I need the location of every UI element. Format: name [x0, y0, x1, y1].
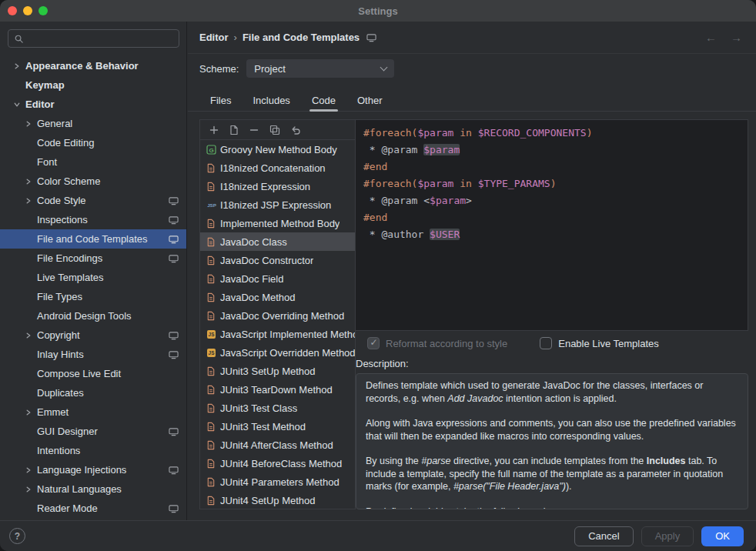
template-item-javadoc-overriding-method[interactable]: JavaDoc Overriding Method — [200, 306, 355, 325]
sidebar-item-general[interactable]: General — [0, 114, 186, 133]
sidebar-item-reader-mode[interactable]: Reader Mode — [0, 499, 186, 518]
create-child-template-icon[interactable] — [229, 125, 239, 135]
template-icon — [206, 255, 220, 265]
enable-live-templates-checkbox[interactable] — [540, 337, 552, 349]
template-item-label: JavaScript Overridden Method — [220, 347, 355, 359]
help-button[interactable]: ? — [9, 528, 25, 544]
template-icon — [206, 477, 220, 487]
chevron-right-icon[interactable] — [25, 467, 37, 473]
template-item-junit4-parameters-method[interactable]: JUnit4 Parameters Method — [200, 473, 355, 491]
sidebar-item-font[interactable]: Font — [0, 152, 186, 172]
sidebar-item-intentions[interactable]: Intentions — [0, 441, 186, 460]
cancel-button[interactable]: Cancel — [574, 526, 633, 546]
description-panel: Defines template which used to generate … — [356, 373, 748, 509]
sidebar-item-duplicates[interactable]: Duplicates — [0, 383, 186, 402]
template-icon — [206, 292, 220, 302]
template-item-javascript-implemented-method[interactable]: JSJavaScript Implemented Method — [200, 325, 355, 343]
back-icon[interactable] — [705, 31, 717, 44]
sidebar-item-appearance-behavior[interactable]: Appearance & Behavior — [0, 56, 186, 75]
template-item-label: JavaDoc Overriding Method — [220, 310, 344, 322]
sidebar-item-compose-live-edit[interactable]: Compose Live Edit — [0, 364, 186, 383]
sidebar-item-inlay-hints[interactable]: Inlay Hints — [0, 345, 186, 364]
code-line: #foreach($param in $TYPE_PARAMS) — [363, 175, 748, 192]
copy-icon[interactable] — [269, 125, 280, 135]
sidebar-item-inspections[interactable]: Inspections — [0, 210, 186, 229]
zoom-window-button[interactable] — [38, 6, 48, 15]
template-item-junit3-setup-method[interactable]: JUnit3 SetUp Method — [200, 362, 355, 380]
breadcrumb-item-editor[interactable]: Editor — [199, 32, 229, 43]
sidebar-item-natural-languages[interactable]: Natural Languages — [0, 479, 186, 499]
template-item-junit4-afterclass-method[interactable]: JUnit4 AfterClass Method — [200, 436, 355, 454]
template-item-javascript-overridden-method[interactable]: JSJavaScript Overridden Method — [200, 343, 355, 362]
chevron-right-icon[interactable] — [25, 121, 37, 127]
sidebar-item-code-style[interactable]: Code Style — [0, 191, 186, 210]
reset-icon[interactable] — [290, 125, 301, 135]
template-item-i18nized-concatenation[interactable]: I18nized Concatenation — [200, 159, 355, 177]
template-category-tabs: FilesIncludesCodeOther — [188, 90, 756, 112]
tab-other[interactable]: Other — [346, 90, 393, 111]
scheme-select[interactable]: Project — [246, 59, 394, 78]
sidebar-item-color-scheme[interactable]: Color Scheme — [0, 172, 186, 191]
add-icon[interactable] — [209, 125, 219, 135]
sidebar-item-label: General — [37, 118, 72, 129]
sidebar-item-file-types[interactable]: File Types — [0, 287, 186, 306]
template-item-javadoc-constructor[interactable]: JavaDoc Constructor — [200, 251, 355, 269]
forward-icon[interactable] — [731, 31, 742, 44]
template-item-javadoc-class[interactable]: JavaDoc Class — [200, 232, 355, 251]
sidebar-item-file-encodings[interactable]: File Encodings — [0, 249, 186, 268]
sidebar-item-editor[interactable]: Editor — [0, 95, 186, 114]
sidebar-item-gui-designer[interactable]: GUI Designer — [0, 422, 186, 441]
apply-button: Apply — [641, 526, 694, 546]
template-icon — [206, 274, 220, 284]
sidebar-item-code-editing[interactable]: Code Editing — [0, 133, 186, 152]
chevron-right-icon[interactable] — [25, 179, 37, 185]
template-item-groovy-new-method-body[interactable]: GGroovy New Method Body — [200, 140, 355, 159]
chevron-right-icon[interactable] — [14, 63, 25, 69]
sidebar-item-copyright[interactable]: Copyright — [0, 326, 186, 345]
template-icon — [206, 237, 220, 247]
template-item-junit3-teardown-method[interactable]: JUnit3 TearDown Method — [200, 380, 355, 399]
template-item-javadoc-field[interactable]: JavaDoc Field — [200, 269, 355, 288]
chevron-down-icon[interactable] — [14, 102, 25, 108]
template-item-junit4-setup-method[interactable]: JUnit4 SetUp Method — [200, 491, 355, 509]
sidebar-item-language-injections[interactable]: Language Injections — [0, 460, 186, 479]
template-item-javadoc-method[interactable]: JavaDoc Method — [200, 288, 355, 306]
template-item-i18nized-expression[interactable]: I18nized Expression — [200, 177, 355, 195]
ok-button[interactable]: OK — [701, 526, 744, 546]
template-item-junit3-test-method[interactable]: JUnit3 Test Method — [200, 417, 355, 436]
chevron-down-icon — [380, 64, 388, 72]
sidebar-item-label: File Encodings — [37, 252, 102, 264]
close-window-button[interactable] — [8, 6, 17, 15]
chevron-right-icon[interactable] — [25, 486, 37, 493]
template-item-i18nized-jsp-expression[interactable]: JSPI18nized JSP Expression — [200, 195, 355, 214]
minimize-window-button[interactable] — [23, 6, 32, 15]
template-icon — [206, 422, 220, 432]
sidebar-item-file-and-code-templates[interactable]: File and Code Templates — [0, 229, 186, 249]
template-item-label: JUnit4 SetUp Method — [220, 495, 316, 506]
tab-files[interactable]: Files — [199, 90, 242, 111]
template-icon — [206, 496, 220, 506]
chevron-right-icon[interactable] — [25, 198, 37, 204]
settings-search-input[interactable] — [8, 29, 179, 48]
tab-includes[interactable]: Includes — [242, 90, 300, 111]
help-label: ? — [15, 531, 20, 542]
sidebar-item-emmet[interactable]: Emmet — [0, 402, 186, 422]
scheme-label: Scheme: — [199, 63, 239, 75]
sidebar-item-android-design-tools[interactable]: Android Design Tools — [0, 306, 186, 326]
remove-icon[interactable] — [249, 125, 259, 135]
template-editor[interactable]: #foreach($param in $RECORD_COMPONENTS) *… — [356, 119, 748, 331]
enable-live-templates-option[interactable]: Enable Live Templates — [540, 337, 659, 349]
code-line: #end — [363, 209, 748, 226]
sidebar-item-keymap[interactable]: Keymap — [0, 75, 186, 95]
sidebar-item-label: File Types — [37, 291, 82, 302]
tab-code[interactable]: Code — [301, 90, 346, 111]
chevron-right-icon[interactable] — [25, 332, 37, 339]
sidebar-item-live-templates[interactable]: Live Templates — [0, 268, 186, 287]
template-item-implemented-method-body[interactable]: Implemented Method Body — [200, 214, 355, 232]
template-item-label: JavaDoc Constructor — [220, 255, 313, 266]
applied-settings-icon — [366, 33, 376, 42]
chevron-right-icon[interactable] — [25, 409, 37, 416]
sidebar-item-label: Reader Mode — [37, 503, 98, 514]
template-item-junit4-beforeclass-method[interactable]: JUnit4 BeforeClass Method — [200, 454, 355, 473]
template-item-junit3-test-class[interactable]: JUnit3 Test Class — [200, 399, 355, 417]
